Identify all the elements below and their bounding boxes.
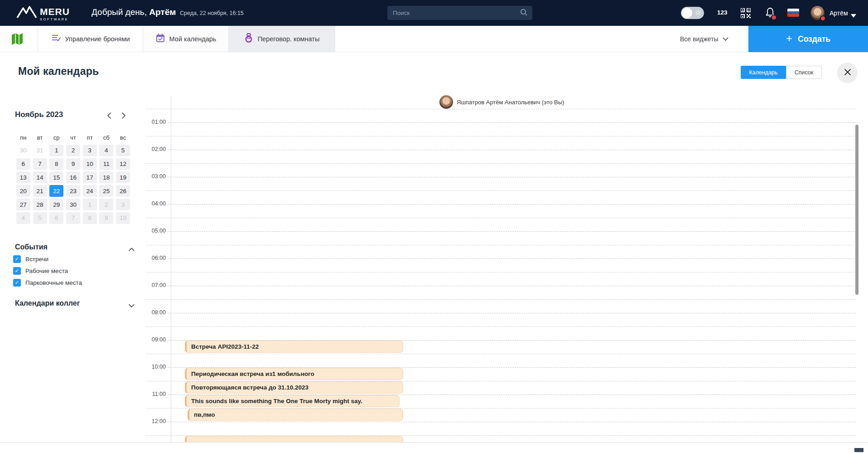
grid-half-hour-line [146, 272, 856, 273]
tab-label: Мой календарь [169, 35, 217, 43]
list-check-icon [52, 34, 61, 44]
create-button-label: Создать [798, 34, 830, 44]
header-datetime: Среда, 22 ноября, 16:15 [180, 10, 244, 16]
grid-half-hour-line [146, 354, 856, 354]
grid-hour-line [168, 422, 856, 422]
vertical-scrollbar-thumb[interactable] [855, 125, 858, 295]
tab-booking-management[interactable]: Управление бронями [38, 26, 143, 52]
time-label: 08:00 [136, 309, 166, 316]
time-label: 11:00 [136, 391, 166, 397]
grid-half-hour-line [146, 245, 856, 245]
notification-dot [771, 15, 777, 20]
calendar-event[interactable] [185, 436, 403, 442]
avatar-status-dot [820, 15, 826, 21]
qr-code-icon[interactable] [741, 8, 751, 20]
user-name[interactable]: Артём [829, 10, 848, 17]
logo-name: MERU [40, 7, 70, 16]
widget-tab-bar: Управление бронями Мой календарь Перегов… [0, 26, 868, 52]
toggle-knob [682, 8, 692, 18]
view-list-button[interactable]: Список [786, 66, 822, 79]
calendar-event[interactable]: Встреча API2023-11-22 [185, 341, 403, 353]
chevron-down-icon [723, 35, 728, 43]
close-icon [844, 68, 852, 78]
time-label: 03:00 [136, 173, 166, 180]
map-icon[interactable] [11, 32, 24, 48]
grid-vertical-line [171, 97, 171, 442]
content-bottom-border [0, 442, 868, 443]
greeting-text: Добрый день, Артём [92, 7, 176, 17]
app-root: MERU SOFTWARE Добрый день, Артём Среда, … [0, 0, 868, 453]
grid-half-hour-line [146, 299, 856, 300]
tab-label: Переговор. комнаты [258, 35, 320, 43]
theme-toggle[interactable] [681, 7, 704, 19]
grid-hour-line [168, 231, 856, 232]
time-label: 07:00 [136, 282, 166, 288]
sun-icon [694, 9, 702, 18]
time-label: 04:00 [136, 200, 166, 207]
logo-subtitle: SOFTWARE [40, 18, 68, 21]
calendar-event[interactable]: Периодическая встреча из1 мобильного [185, 368, 403, 380]
grid-hour-line [168, 313, 856, 313]
page-title: Мой календарь [18, 65, 99, 78]
grid-hour-line [168, 177, 856, 177]
time-label: 06:00 [136, 255, 166, 261]
grid-half-hour-line [146, 326, 856, 327]
grid-hour-line [168, 204, 856, 205]
app-logo[interactable]: MERU SOFTWARE [16, 5, 70, 21]
view-switcher: Календарь Список [741, 66, 822, 79]
time-label: 09:00 [136, 336, 166, 343]
top-bar: MERU SOFTWARE Добрый день, Артём Среда, … [0, 0, 868, 26]
time-label: 12:00 [136, 418, 166, 424]
logo-text: MERU SOFTWARE [40, 7, 70, 21]
grid-half-hour-line [146, 163, 856, 164]
all-widgets-dropdown[interactable]: Все виджеты [680, 26, 728, 52]
calendar-event[interactable]: пв,пмо [188, 409, 403, 421]
plus-icon: + [786, 33, 792, 44]
grid-hour-line [168, 122, 856, 123]
day-schedule-grid: 01:0002:0003:0004:0005:0006:0007:0008:00… [0, 91, 868, 442]
search-box [387, 6, 532, 20]
time-label: 10:00 [136, 364, 166, 370]
calendar-check-icon [156, 34, 165, 44]
tab-meeting-rooms[interactable]: Переговор. комнаты [228, 26, 335, 52]
create-button[interactable]: + Создать [748, 26, 868, 52]
tab-label: Управление бронями [65, 35, 130, 43]
horizontal-scrollbar-thumb[interactable] [854, 448, 863, 452]
grid-hour-line [168, 258, 856, 259]
greeting-name: Артём [149, 7, 176, 17]
flag-ru-icon[interactable] [787, 9, 799, 17]
mountain-logo-icon [16, 5, 37, 21]
user-menu-chevron-down-icon[interactable] [851, 11, 856, 19]
grid-hour-line [168, 150, 856, 150]
view-calendar-button[interactable]: Календарь [741, 66, 786, 79]
all-widgets-label: Все виджеты [680, 35, 719, 43]
grid-half-hour-line [146, 190, 856, 191]
time-label: 02:00 [136, 146, 166, 152]
grid-hour-line [168, 286, 856, 286]
user-avatar[interactable] [810, 6, 825, 20]
meeting-room-icon [244, 33, 253, 44]
greeting-prefix: Добрый день, [92, 7, 147, 17]
badge-123[interactable]: 123 [717, 9, 728, 16]
calendar-event[interactable]: This sounds like something The One True … [185, 395, 400, 407]
bell-icon[interactable] [765, 7, 776, 20]
grid-half-hour-line [146, 218, 856, 218]
close-button[interactable] [837, 63, 858, 83]
grid-half-hour-line [146, 109, 856, 109]
time-label: 05:00 [136, 228, 166, 234]
grid-half-hour-line [146, 136, 856, 136]
search-icon[interactable] [520, 8, 528, 18]
time-label: 01:00 [136, 119, 166, 125]
tab-my-calendar[interactable]: Мой календарь [143, 26, 229, 52]
calendar-event[interactable]: Повторяющаяся встреча до 31.10.2023 [185, 381, 403, 394]
search-input[interactable] [392, 9, 520, 17]
